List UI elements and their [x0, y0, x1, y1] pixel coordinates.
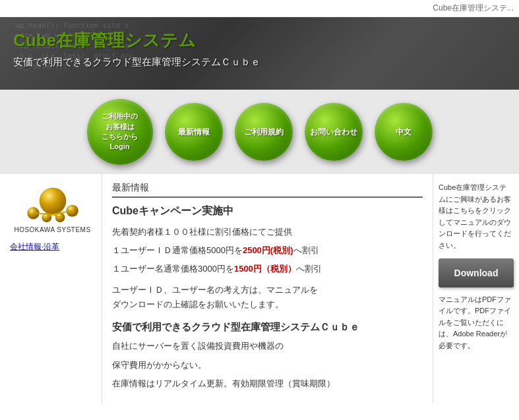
nav-terms[interactable]: ご利用規約 — [235, 103, 293, 161]
svg-point-0 — [39, 188, 66, 215]
navigation-bar: ご利用中のお客様はこちらからLogin 最新情報 ご利用規約 お問い合わせ 中文 — [0, 90, 519, 174]
nav-login[interactable]: ご利用中のお客様はこちらからLogin — [87, 99, 153, 165]
news-section-label: 最新情報 — [112, 182, 149, 193]
campaign-title: Cubeキャンペーン実施中 — [112, 204, 423, 218]
logo-svg — [20, 184, 86, 224]
line3-normal: １ユーザー名通常価格3000円を — [112, 264, 234, 274]
hero-subtitle: 安価で利用できるクラウド型在庫管理システムＣｕｂｅ — [13, 56, 506, 69]
nav-chinese[interactable]: 中文 — [375, 103, 433, 161]
campaign-line2: １ユーザーＩＤ通常価格5000円を2500円(税別)へ割引 — [112, 243, 423, 258]
section2-line1: 自社にサーバーを置く設備投資費用や機器の — [112, 339, 423, 353]
hero-title: Cube在庫管理システム — [13, 29, 506, 52]
center-content: 最新情報 Cubeキャンペーン実施中 先着契約者様１００社様に割引価格にてご提供… — [102, 174, 433, 403]
section2-title: 安価で利用できるクラウド型在庫管理システムＣｕｂｅ — [112, 321, 423, 334]
line2-highlight: 2500円(税別) — [243, 245, 293, 255]
sidebar: HOSOKAWA SYSTEMS 会社情報·沿革 — [0, 174, 102, 403]
nav-contact[interactable]: お問い合わせ — [305, 103, 363, 161]
line3-suffix: へ割引 — [296, 264, 322, 274]
sidebar-link[interactable]: 会社情報·沿革 — [10, 241, 95, 253]
line3-highlight: 1500円（税別） — [234, 264, 296, 274]
hero-banner: wp_head(); function site's src= .wp_with… — [0, 17, 519, 90]
top-bar: Cube在庫管理システ... — [0, 0, 519, 17]
download-note: ユーザーＩＤ、ユーザー名の考え方は、マニュアルを ダウンロードの上確認をお願いい… — [112, 283, 423, 312]
nav-news[interactable]: 最新情報 — [165, 103, 223, 161]
line2-suffix: へ割引 — [293, 245, 319, 255]
line2-normal: １ユーザーＩＤ通常価格5000円を — [112, 245, 243, 255]
campaign-line3: １ユーザー名通常価格3000円を1500円（税別）へ割引 — [112, 262, 423, 276]
news-title-bar: 最新情報 — [112, 182, 423, 198]
logo-text: HOSOKAWA SYSTEMS — [14, 226, 90, 233]
main-content: HOSOKAWA SYSTEMS 会社情報·沿革 最新情報 Cubeキャンペーン… — [0, 174, 519, 403]
section2-line3: 在庫情報はリアルタイム更新。有効期限管理（賞味期限） — [112, 376, 423, 391]
right-intro-text: Cube在庫管理システムにご興味があるお客様はこちらをクリックしてマニュアルのダ… — [439, 182, 514, 252]
svg-point-4 — [66, 204, 78, 216]
top-bar-title: Cube在庫管理システ... — [433, 3, 514, 13]
right-pdf-note: マニュアルはPDFファイルです。PDFファイルをご覧いただくには、Adobe R… — [439, 294, 514, 352]
campaign-line1: 先着契約者様１００社様に割引価格にてご提供 — [112, 225, 423, 239]
hero-content: Cube在庫管理システム 安価で利用できるクラウド型在庫管理システムＣｕｂｅ — [0, 17, 519, 75]
section2-line2: 保守費用がかからない。 — [112, 358, 423, 373]
right-sidebar: Cube在庫管理システムにご興味があるお客様はこちらをクリックしてマニュアルのダ… — [433, 174, 519, 403]
download-button[interactable]: Download — [439, 258, 514, 287]
logo-area: HOSOKAWA SYSTEMS — [10, 184, 95, 233]
